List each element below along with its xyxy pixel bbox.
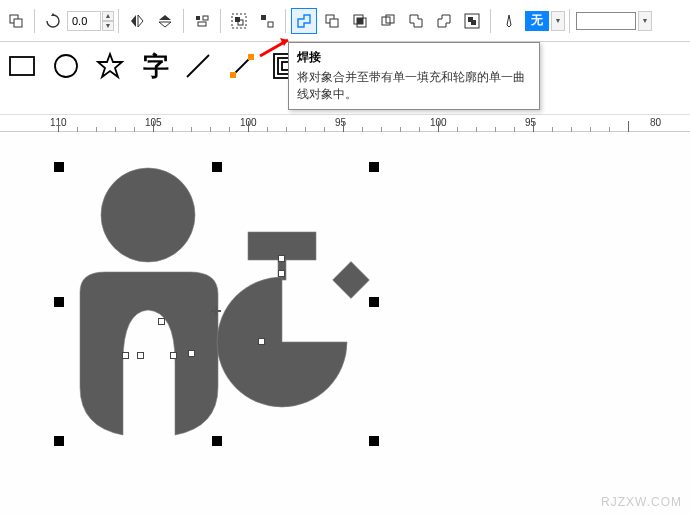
- front-minus-back-icon[interactable]: [403, 8, 429, 34]
- selection-handle[interactable]: [54, 436, 64, 446]
- svg-rect-25: [230, 72, 236, 78]
- node-handle[interactable]: [158, 318, 165, 325]
- boundary-icon[interactable]: [459, 8, 485, 34]
- selection-handle[interactable]: [369, 297, 379, 307]
- separator: [569, 9, 570, 33]
- separator: [183, 9, 184, 33]
- node-handle[interactable]: [122, 352, 129, 359]
- node-handle[interactable]: [188, 350, 195, 357]
- svg-rect-1: [14, 19, 22, 27]
- svg-rect-8: [261, 15, 266, 20]
- tooltip-description: 将对象合并至带有单一填充和轮廓的单一曲线对象中。: [297, 69, 531, 103]
- star-shape-icon[interactable]: [91, 47, 129, 85]
- node-handle[interactable]: [278, 255, 285, 262]
- horizontal-ruler: 110 105 100 95 100 95 80: [0, 114, 690, 132]
- selection-handle[interactable]: [54, 162, 64, 172]
- spin-down[interactable]: ▼: [102, 21, 114, 31]
- ruler-label: 95: [525, 117, 536, 128]
- svg-rect-2: [196, 16, 200, 20]
- canvas-area[interactable]: [0, 132, 690, 515]
- ruler-label: 95: [335, 117, 346, 128]
- separator: [34, 9, 35, 33]
- mirror-vertical-icon[interactable]: [152, 8, 178, 34]
- trim-icon[interactable]: [319, 8, 345, 34]
- mirror-horizontal-icon[interactable]: [124, 8, 150, 34]
- svg-point-21: [55, 55, 77, 77]
- property-toolbar: 0.0 ▲▼ 无 ▼ ▼: [0, 0, 690, 42]
- svg-rect-11: [330, 19, 338, 27]
- selection-handle[interactable]: [212, 162, 222, 172]
- circle-shape-icon[interactable]: [47, 47, 85, 85]
- separator: [220, 9, 221, 33]
- selection-handle[interactable]: [54, 297, 64, 307]
- ruler-label: 80: [650, 117, 661, 128]
- back-minus-front-icon[interactable]: [431, 8, 457, 34]
- svg-rect-34: [333, 262, 370, 299]
- line-shape-icon[interactable]: [179, 47, 217, 85]
- rectangle-shape-icon[interactable]: [3, 47, 41, 85]
- svg-rect-19: [471, 20, 476, 25]
- separator: [285, 9, 286, 33]
- svg-rect-26: [248, 54, 254, 60]
- svg-rect-9: [268, 22, 273, 27]
- svg-rect-20: [10, 57, 34, 75]
- line-selected-icon[interactable]: [223, 47, 261, 85]
- svg-rect-4: [198, 22, 206, 26]
- order-icon[interactable]: [3, 8, 29, 34]
- outline-color-swatch[interactable]: [576, 12, 636, 30]
- weld-tooltip: 焊接 将对象合并至带有单一填充和轮廓的单一曲线对象中。: [288, 42, 540, 110]
- node-handle[interactable]: [258, 338, 265, 345]
- simplify-icon[interactable]: [375, 8, 401, 34]
- group-icon[interactable]: [226, 8, 252, 34]
- separator: [118, 9, 119, 33]
- svg-rect-14: [357, 18, 363, 24]
- svg-text:字: 字: [143, 52, 169, 81]
- outline-dropdown[interactable]: ▼: [638, 11, 652, 31]
- selection-handle[interactable]: [369, 436, 379, 446]
- node-handle[interactable]: [170, 352, 177, 359]
- drawing-svg: [0, 132, 690, 515]
- ungroup-icon[interactable]: [254, 8, 280, 34]
- spin-up[interactable]: ▲: [102, 11, 114, 21]
- weld-button[interactable]: [291, 8, 317, 34]
- watermark-text: RJZXW.COM: [601, 495, 682, 509]
- fill-dropdown[interactable]: ▼: [551, 11, 565, 31]
- rotation-input[interactable]: 0.0: [67, 11, 101, 31]
- align-distribute-icon[interactable]: [189, 8, 215, 34]
- fill-swatch[interactable]: 无: [525, 11, 549, 31]
- node-handle[interactable]: [278, 270, 285, 277]
- selection-handle[interactable]: [212, 436, 222, 446]
- rotation-spinner[interactable]: ▲▼: [102, 11, 114, 31]
- text-shape-icon[interactable]: 字: [135, 47, 173, 85]
- intersect-icon[interactable]: [347, 8, 373, 34]
- svg-rect-3: [203, 16, 208, 20]
- node-handle[interactable]: [137, 352, 144, 359]
- pen-outline-icon[interactable]: [496, 8, 522, 34]
- tooltip-title: 焊接: [297, 49, 531, 66]
- svg-point-31: [101, 168, 195, 262]
- selection-center-icon[interactable]: [211, 306, 221, 316]
- separator: [490, 9, 491, 33]
- rotate-icon[interactable]: [40, 8, 66, 34]
- svg-line-23: [187, 55, 209, 77]
- selection-handle[interactable]: [369, 162, 379, 172]
